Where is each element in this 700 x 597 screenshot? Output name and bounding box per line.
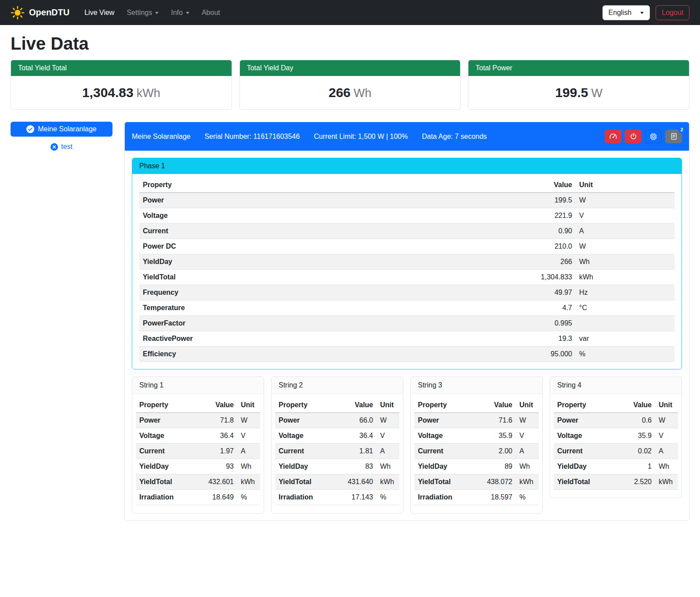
table-row: Voltage35.9V [414, 428, 539, 444]
value-number: 266 [329, 85, 351, 100]
brand-link[interactable]: OpenDTU [11, 6, 69, 20]
property-cell: Power DC [139, 239, 525, 254]
column-unit: Unit [655, 398, 678, 413]
value-cell: 35.9 [621, 428, 655, 444]
value-cell: 0.02 [621, 444, 655, 459]
property-cell: Power [139, 193, 525, 208]
property-cell: Power [275, 413, 342, 428]
device-info-button[interactable] [645, 130, 662, 143]
chevron-down-icon [640, 12, 644, 14]
property-cell: YieldTotal [554, 474, 621, 490]
column-property: Property [136, 398, 203, 413]
value-cell: 221.9 [525, 208, 576, 224]
string-title: String 3 [411, 377, 542, 394]
property-cell: YieldDay [136, 459, 203, 474]
unit-cell: W [377, 413, 399, 428]
value-cell: 71.8 [203, 413, 237, 428]
table-row: Power DC210.0W [139, 239, 675, 254]
property-cell: Voltage [139, 208, 525, 224]
value-cell: 93 [203, 459, 237, 474]
nav-about-label: About [202, 9, 220, 17]
table-row: YieldDay93Wh [136, 459, 260, 474]
power-button[interactable] [625, 130, 642, 143]
power-icon [630, 133, 637, 140]
phase-body: Property Value Unit Power199.5WVoltage22… [132, 174, 682, 369]
card-total-power: Total Power 199.5W [468, 60, 689, 110]
value-cell: 438.072 [482, 474, 516, 490]
table-row: Irradiation18.649% [136, 490, 260, 505]
string-body: Property Value Unit Power0.6WVoltage35.9… [550, 394, 682, 498]
table-header-row: Property Value Unit [414, 398, 539, 413]
nav-settings[interactable]: Settings [120, 5, 165, 20]
nav-live-view[interactable]: Live View [78, 5, 120, 20]
language-select[interactable]: English [602, 5, 650, 20]
property-cell: Voltage [554, 428, 621, 444]
inverter-panel: Meine Solaranlage Serial Number: 1161716… [124, 122, 689, 521]
logout-button[interactable]: Logout [656, 5, 689, 20]
table-row: Power66.0W [275, 413, 399, 428]
unit-cell: var [576, 331, 675, 347]
property-cell: Current [275, 444, 342, 459]
property-cell: Current [139, 224, 525, 239]
value-cell: 266 [525, 254, 576, 270]
unit-cell: % [377, 490, 399, 505]
unit-cell: W [576, 239, 675, 254]
nav-about[interactable]: About [196, 5, 226, 20]
column-property: Property [275, 398, 342, 413]
table-row: Irradiation18.597% [414, 490, 539, 505]
table-row: YieldTotal438.072kWh [414, 474, 539, 490]
sidebar-item-test[interactable]: test [11, 143, 112, 151]
limit-settings-button[interactable] [605, 130, 621, 143]
string-1-table: Property Value Unit Power71.8WVoltage36.… [136, 398, 260, 505]
value-cell: 431.640 [342, 474, 377, 490]
unit-cell: V [576, 208, 675, 224]
value-cell: 0.90 [525, 224, 576, 239]
string-2-card: String 2 Property Value Unit [271, 376, 403, 514]
table-row: Power71.6W [414, 413, 539, 428]
navbar-right: English Logout [602, 5, 689, 20]
unit-cell: W [516, 413, 539, 428]
unit-cell: V [655, 428, 678, 444]
value-unit: kWh [137, 87, 160, 100]
event-count-badge: 2 [678, 126, 685, 134]
event-log-button[interactable]: 2 [665, 130, 682, 143]
table-row: YieldTotal432.601kWh [136, 474, 260, 490]
value-cell: 0.6 [621, 413, 655, 428]
value-cell: 36.4 [203, 428, 237, 444]
table-row: PowerFactor0.995 [139, 316, 675, 331]
value-cell: 83 [342, 459, 377, 474]
property-cell: YieldTotal [139, 270, 525, 285]
card-title: Total Power [468, 60, 689, 76]
sidebar-item-meine-solaranlage[interactable]: Meine Solaranlage [11, 122, 112, 137]
property-cell: Current [414, 444, 482, 459]
column-value: Value [482, 398, 516, 413]
table-header-row: Property Value Unit [275, 398, 399, 413]
summary-cards-row: Total Yield Total 1,304.83kWh Total Yiel… [11, 60, 689, 110]
unit-cell: Wh [516, 459, 539, 474]
property-cell: Efficiency [139, 347, 525, 362]
card-value: 1,304.83kWh [11, 76, 232, 109]
property-cell: Current [136, 444, 203, 459]
value-cell: 49.97 [525, 285, 576, 300]
table-row: Current2.00A [414, 444, 539, 459]
card-value: 199.5W [468, 76, 689, 109]
journal-icon [670, 133, 678, 140]
table-row: Voltage36.4V [136, 428, 260, 444]
unit-cell: V [377, 428, 399, 444]
value-cell: 66.0 [342, 413, 377, 428]
strings-row: String 1 Property Value Unit [132, 376, 682, 514]
string-title: String 2 [272, 377, 403, 394]
value-cell: 95.000 [525, 347, 576, 362]
unit-cell: kWh [655, 474, 678, 490]
property-cell: Irradiation [414, 490, 482, 505]
value-cell: 36.4 [342, 428, 377, 444]
table-row: Current0.90A [139, 224, 675, 239]
table-row: Current1.97A [136, 444, 260, 459]
unit-cell: kWh [576, 270, 675, 285]
unit-cell: °C [576, 300, 675, 316]
table-row: Voltage35.9V [554, 428, 678, 444]
nav-info[interactable]: Info [165, 5, 196, 20]
column-value: Value [525, 177, 576, 193]
inverter-panel-header: Meine Solaranlage Serial Number: 1161716… [125, 122, 689, 151]
table-row: Power199.5W [139, 193, 675, 208]
